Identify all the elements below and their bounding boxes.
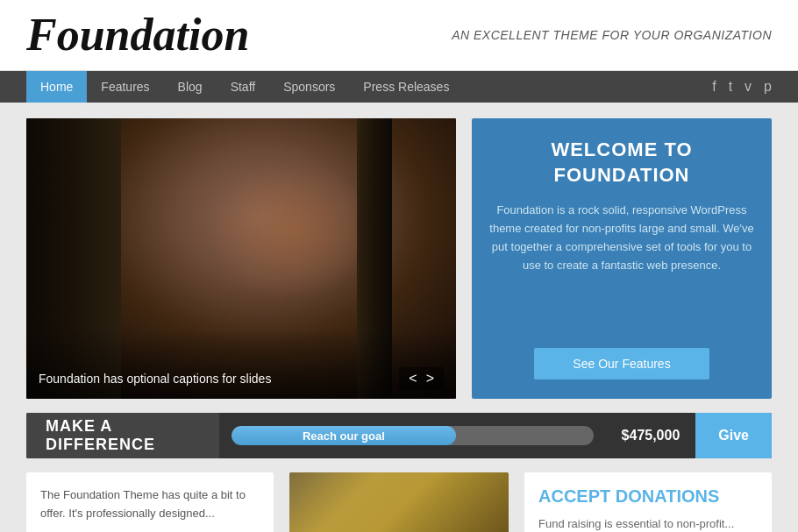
give-button[interactable]: Give [695,413,772,458]
slide-highlight [207,160,379,301]
slideshow: Foundation has optional captions for sli… [26,118,456,399]
fundraising-bar: MAKE A DIFFERENCE Reach our goal $475,00… [26,413,772,458]
nav-item-staff[interactable]: Staff [217,71,270,103]
pinterest-icon[interactable]: p [764,79,772,95]
welcome-title: WELCOME TOFOUNDATION [551,138,692,188]
donations-text: Fund raising is essential to non-profit.… [538,515,758,532]
site-tagline: AN EXCELLENT THEME FOR YOUR ORGANIZATION [452,28,772,42]
social-icons: f t v p [712,79,772,95]
slide-next-button[interactable]: > [424,371,437,387]
nav-links: Home Features Blog Staff Sponsors Press … [26,71,463,103]
site-title: Foundation [26,12,249,58]
card-text: The Foundation Theme has quite a bit to … [40,488,246,520]
money-image-card [289,472,509,532]
see-features-button[interactable]: See Our Features [534,348,709,379]
hero-section: Foundation has optional captions for sli… [26,118,772,399]
slide-navigation: < > [399,367,444,390]
nav-item-home[interactable]: Home [26,71,87,103]
progress-label: Reach our goal [303,429,385,443]
nav-item-press-releases[interactable]: Press Releases [349,71,463,103]
bottom-cards: The Foundation Theme has quite a bit to … [26,472,772,532]
facebook-icon[interactable]: f [712,79,716,95]
twitter-icon[interactable]: t [729,79,732,95]
goal-amount: $475,000 [606,428,696,443]
navigation: Home Features Blog Staff Sponsors Press … [0,71,798,103]
slide-prev-button[interactable]: < [406,371,419,387]
progress-bar-fill: Reach our goal [232,426,456,445]
slide-caption-bar: Foundation has optional captions for sli… [26,358,456,399]
progress-area: Reach our goal [219,426,606,445]
welcome-description: Foundation is a rock solid, responsive W… [489,202,754,327]
site-header: Foundation AN EXCELLENT THEME FOR YOUR O… [0,0,798,71]
progress-bar-background: Reach our goal [232,426,594,445]
foundation-description-card: The Foundation Theme has quite a bit to … [26,472,274,532]
money-image-overlay [289,472,509,532]
vimeo-icon[interactable]: v [745,79,752,95]
donations-card: ACCEPT DONATIONS Fund raising is essenti… [524,472,772,532]
donations-title: ACCEPT DONATIONS [538,486,758,507]
main-content: Foundation has optional captions for sli… [0,103,798,532]
nav-item-blog[interactable]: Blog [164,71,217,103]
nav-item-features[interactable]: Features [87,71,163,103]
welcome-box: WELCOME TOFOUNDATION Foundation is a roc… [472,118,772,399]
slide-caption-text: Foundation has optional captions for sli… [39,372,271,386]
make-difference-label: MAKE A DIFFERENCE [26,413,219,458]
nav-item-sponsors[interactable]: Sponsors [269,71,349,103]
